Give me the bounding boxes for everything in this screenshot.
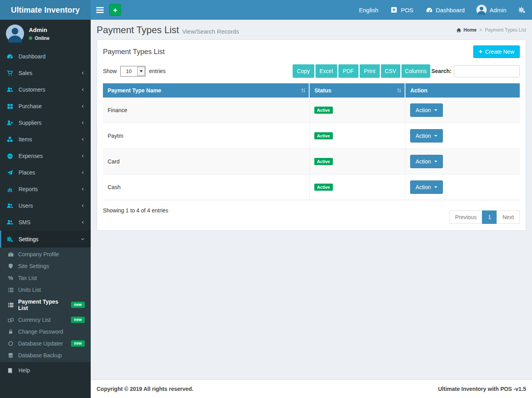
content-area: Payment Types List View/Search Records H… bbox=[91, 20, 532, 379]
sidebar-item-expenses[interactable]: Expenses bbox=[0, 148, 91, 164]
list-icon bbox=[7, 287, 14, 293]
chevron-down-icon bbox=[80, 237, 85, 241]
csv-button[interactable]: CSV bbox=[381, 64, 400, 78]
submenu-item-database-updater[interactable]: Database Updater new bbox=[0, 338, 91, 349]
table-row: Card Active Action bbox=[103, 149, 520, 175]
breadcrumb-separator: > bbox=[479, 27, 482, 33]
payment-type-name-cell: Cash bbox=[103, 175, 309, 200]
sidebar-item-sms[interactable]: SMS bbox=[0, 214, 91, 231]
breadcrumb-home-link[interactable]: Home bbox=[456, 27, 476, 33]
submenu-item-label: Site Settings bbox=[18, 263, 49, 269]
cart-icon bbox=[6, 70, 14, 76]
search-label: Search: bbox=[431, 68, 452, 74]
showing-entries-text: Showing 1 to 4 of 4 entries bbox=[103, 206, 168, 214]
sidebar-item-settings[interactable]: Settings bbox=[0, 231, 91, 248]
user-menu[interactable]: Admin bbox=[470, 0, 512, 20]
submenu-item-units-list[interactable]: Units List bbox=[0, 284, 91, 296]
status-badge: Active bbox=[314, 132, 333, 139]
breadcrumb: Home > Payment Types List bbox=[456, 27, 526, 33]
submenu-item-company-profile[interactable]: Company Profile bbox=[0, 248, 91, 260]
columns-button[interactable]: Columns bbox=[401, 64, 430, 78]
users-icon bbox=[6, 86, 14, 93]
sidebar-item-customers[interactable]: Customers bbox=[0, 81, 91, 98]
submenu-item-label: Change Password bbox=[18, 329, 63, 335]
status-badge: Active bbox=[314, 107, 333, 114]
sidebar-menu: Dashboard Sales Customers bbox=[0, 48, 91, 248]
sidebar-toggle-button[interactable] bbox=[96, 7, 104, 13]
chevron-left-icon bbox=[81, 154, 85, 158]
submenu-item-currency-list[interactable]: Currency List new bbox=[0, 314, 91, 326]
next-page-button[interactable]: Next bbox=[497, 210, 520, 224]
lock-icon bbox=[7, 329, 14, 334]
footer: Copyright © 2019 All rights reserved. Ul… bbox=[91, 379, 532, 398]
sidebar-item-label: Items bbox=[19, 136, 32, 143]
column-header-payment-type-name[interactable]: Payment Type Name bbox=[103, 83, 309, 98]
pdf-button[interactable]: PDF bbox=[338, 64, 358, 78]
sidebar-item-places[interactable]: Places bbox=[0, 164, 91, 181]
action-dropdown-button[interactable]: Action bbox=[410, 180, 443, 194]
submenu-item-tax-list[interactable]: % Tax List bbox=[0, 272, 91, 284]
sidebar-item-label: Suppliers bbox=[19, 120, 41, 126]
sidebar-item-reports[interactable]: Reports bbox=[0, 181, 91, 197]
sidebar-item-dashboard[interactable]: Dashboard bbox=[0, 48, 91, 65]
sidebar-item-label: Users bbox=[19, 203, 33, 209]
brand-logo[interactable]: Ultimate Inventory bbox=[0, 0, 91, 20]
database-icon bbox=[7, 353, 14, 358]
pos-link[interactable]: POS bbox=[384, 0, 419, 20]
briefcase-icon bbox=[7, 252, 14, 257]
copy-button[interactable]: Copy bbox=[293, 64, 314, 78]
settings-submenu: Company Profile Site Settings % Tax List bbox=[0, 248, 91, 362]
plus-square-icon bbox=[390, 7, 398, 13]
chevron-left-icon bbox=[81, 121, 85, 125]
sidebar-item-label: SMS bbox=[19, 219, 30, 225]
page-length-select[interactable]: 10 bbox=[120, 66, 146, 77]
page-1-button[interactable]: 1 bbox=[482, 210, 497, 224]
action-dropdown-button[interactable]: Action bbox=[410, 129, 443, 143]
paper-plane-icon bbox=[6, 170, 14, 176]
sidebar-item-label: Places bbox=[19, 169, 35, 176]
chevron-left-icon bbox=[81, 204, 85, 208]
search-input[interactable] bbox=[454, 65, 520, 77]
sidebar-item-label: Dashboard bbox=[19, 53, 46, 60]
submenu-item-change-password[interactable]: Change Password bbox=[0, 326, 91, 338]
card-title: Payment Types List bbox=[103, 48, 165, 56]
action-dropdown-button[interactable]: Action bbox=[410, 155, 443, 168]
table-row: Cash Active Action bbox=[103, 175, 520, 200]
settings-menu-button[interactable] bbox=[512, 0, 532, 20]
excel-button[interactable]: Excel bbox=[315, 64, 337, 78]
payment-type-name-cell: Card bbox=[103, 149, 309, 175]
sidebar-item-purchase[interactable]: Purchase bbox=[0, 98, 91, 115]
payment-types-card: Payment Types List + Create New Show 10 bbox=[97, 39, 526, 231]
sidebar-item-label: Reports bbox=[19, 186, 38, 192]
action-dropdown-button[interactable]: Action bbox=[410, 103, 443, 117]
sidebar-item-label: Settings bbox=[19, 236, 39, 242]
sidebar-item-label: Help bbox=[19, 367, 30, 374]
new-badge: new bbox=[71, 302, 85, 308]
sidebar-item-sales[interactable]: Sales bbox=[0, 65, 91, 81]
previous-page-button[interactable]: Previous bbox=[449, 210, 482, 224]
sidebar-item-help[interactable]: Help bbox=[0, 362, 91, 379]
column-header-status[interactable]: Status bbox=[309, 83, 405, 98]
top-navbar: Ultimate Inventory + English POS bbox=[0, 0, 532, 20]
submenu-item-site-settings[interactable]: Site Settings bbox=[0, 260, 91, 272]
language-menu[interactable]: English bbox=[353, 0, 384, 20]
sidebar-item-users[interactable]: Users bbox=[0, 197, 91, 214]
sidebar-item-label: Expenses bbox=[19, 153, 43, 159]
caret-down-icon bbox=[434, 135, 437, 137]
app-window: Ultimate Inventory + English POS bbox=[0, 0, 532, 398]
avatar[interactable] bbox=[6, 24, 24, 43]
submenu-item-database-backup[interactable]: Database Backup bbox=[0, 349, 91, 361]
sidebar-item-items[interactable]: Items bbox=[0, 131, 91, 148]
create-new-button[interactable]: + Create New bbox=[473, 45, 520, 58]
submenu-item-payment-types-list[interactable]: Payment Types List new bbox=[0, 296, 91, 314]
sort-icon bbox=[301, 88, 306, 93]
submenu-item-label: Database Updater bbox=[18, 340, 63, 347]
caret-down-icon bbox=[434, 186, 437, 188]
list-icon bbox=[7, 302, 14, 308]
print-button[interactable]: Print bbox=[360, 64, 380, 78]
quick-add-button[interactable]: + bbox=[109, 4, 121, 16]
copyright-text: Copyright © 2019 All rights reserved. bbox=[97, 386, 194, 392]
users-icon bbox=[6, 219, 14, 225]
dashboard-link[interactable]: Dashboard bbox=[419, 0, 470, 20]
sidebar-item-suppliers[interactable]: Suppliers bbox=[0, 115, 91, 131]
